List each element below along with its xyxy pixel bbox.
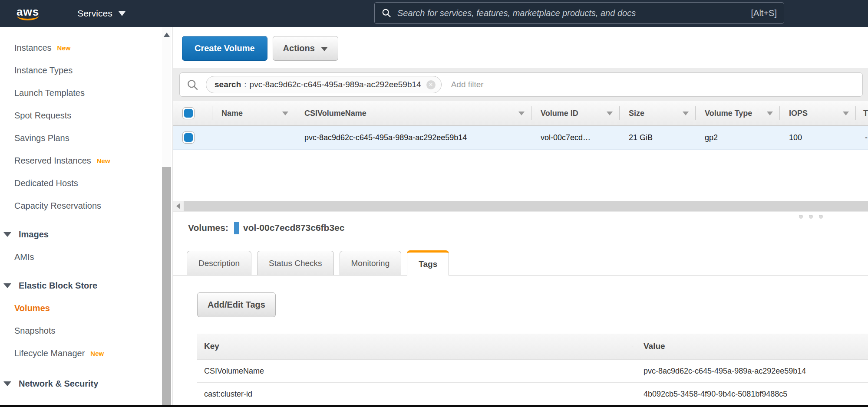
tab-description[interactable]: Description	[187, 251, 251, 275]
tags-key-column-header: Key	[197, 341, 633, 351]
volume-table-row[interactable]: pvc-8ac9d62c-c645-495a-989a-ac292ee59b14…	[173, 126, 868, 150]
column-header-name[interactable]: Name	[212, 101, 295, 125]
window-bottom-edge	[0, 405, 868, 407]
sidebar-section-label: Network & Security	[19, 379, 98, 389]
scrollbar-thumb[interactable]	[162, 167, 171, 407]
sidebar-item-dedicated-hosts[interactable]: Dedicated Hosts	[14, 176, 162, 190]
sidebar-item-reserved-instances[interactable]: Reserved InstancesNew	[14, 154, 162, 167]
cell-truncated: -	[855, 133, 868, 142]
sidebar-item-spot-requests[interactable]: Spot Requests	[14, 108, 162, 122]
sidebar-item-label: Spot Requests	[14, 111, 71, 121]
add-filter-button[interactable]: Add filter	[451, 80, 484, 89]
filter-pill-value: pvc-8ac9d62c-c645-495a-989a-ac292ee59b14	[250, 80, 421, 89]
scroll-left-button[interactable]	[173, 201, 184, 211]
sidebar-item-label: Launch Templates	[14, 88, 85, 98]
cell-volume-id: vol-00c7ecd…	[531, 133, 619, 142]
sidebar-section-images[interactable]: Images	[3, 227, 162, 241]
tab-monitoring[interactable]: Monitoring	[340, 251, 402, 275]
detail-pane-heading: Volumes: vol-00c7ecd873c6fb3ec	[173, 219, 868, 236]
horizontal-scrollbar[interactable]	[173, 201, 868, 211]
aws-smile-icon	[17, 16, 39, 20]
tab-tags[interactable]: Tags	[407, 250, 449, 276]
column-label: Size	[629, 109, 644, 118]
tab-status-checks[interactable]: Status Checks	[257, 251, 334, 275]
sidebar-item-volumes[interactable]: Volumes	[14, 301, 162, 315]
sidebar-item-snapshots[interactable]: Snapshots	[14, 324, 162, 338]
select-all-checkbox[interactable]	[182, 107, 195, 119]
table-empty-area	[173, 150, 868, 201]
column-label: Volume Type	[705, 109, 752, 118]
tag-key: CSIVolumeName	[197, 367, 633, 376]
checkbox-checked-mark	[184, 133, 193, 142]
column-label: Volume ID	[541, 109, 578, 118]
sort-chevron-icon	[518, 112, 525, 115]
selection-bar-icon	[234, 222, 239, 234]
drag-handle-icon[interactable]	[799, 215, 823, 219]
global-search-input[interactable]	[397, 8, 751, 18]
cell-size: 21 GiB	[619, 133, 695, 142]
tags-table: Key Value CSIVolumeName pvc-8ac9d62c-c64…	[197, 334, 868, 406]
sidebar-section-elastic-block-store[interactable]: Elastic Block Store	[3, 279, 162, 292]
selected-volume-id: vol-00c7ecd873c6fb3ec	[243, 223, 345, 233]
column-header-csivolumename[interactable]: CSIVolumeName	[295, 101, 531, 125]
column-header-iops[interactable]: IOPS	[779, 101, 855, 125]
column-label: T	[863, 109, 868, 118]
cell-iops: 100	[779, 133, 855, 142]
add-edit-tags-button[interactable]: Add/Edit Tags	[197, 292, 276, 317]
detail-tabs: Description Status Checks Monitoring Tag…	[173, 250, 868, 276]
services-label: Services	[77, 8, 112, 19]
top-navigation-bar: aws Services [Alt+S]	[0, 0, 868, 27]
search-icon	[382, 8, 391, 18]
sidebar-section-network-security[interactable]: Network & Security	[3, 377, 162, 391]
tags-tab-content: Add/Edit Tags Key Value CSIVolumeName pv…	[173, 276, 868, 407]
column-header-size[interactable]: Size	[619, 101, 695, 125]
sidebar-navigation: InstancesNew Instance Types Launch Templ…	[0, 27, 162, 407]
sort-chevron-icon	[843, 112, 849, 115]
sidebar-scrollbar[interactable]	[162, 27, 172, 407]
sidebar-item-label: Savings Plans	[14, 133, 69, 143]
heading-label: Volumes:	[188, 223, 228, 233]
filter-pill-search[interactable]: search : pvc-8ac9d62c-c645-495a-989a-ac2…	[206, 76, 442, 93]
sidebar-section-label: Images	[19, 230, 49, 240]
sidebar-item-launch-templates[interactable]: Launch Templates	[14, 86, 162, 100]
column-label: CSIVolumeName	[304, 109, 366, 118]
sidebar-item-capacity-reservations[interactable]: Capacity Reservations	[14, 199, 162, 213]
search-icon	[187, 79, 198, 91]
tag-row: CSIVolumeName pvc-8ac9d62c-c645-495a-989…	[197, 360, 868, 383]
volumes-table-header: Name CSIVolumeName Volume ID Size Volume…	[173, 101, 868, 126]
actions-button-label: Actions	[283, 43, 315, 53]
column-header-volume-type[interactable]: Volume Type	[695, 101, 779, 125]
sidebar-item-lifecycle-manager[interactable]: Lifecycle ManagerNew	[14, 346, 162, 360]
scroll-up-arrow-icon[interactable]	[164, 33, 170, 37]
chevron-down-icon	[3, 283, 11, 288]
sidebar-item-amis[interactable]: AMIs	[14, 250, 162, 264]
sidebar-item-label: Snapshots	[14, 326, 56, 336]
sidebar-item-instances[interactable]: InstancesNew	[14, 41, 162, 55]
sidebar-item-instance-types[interactable]: Instance Types	[14, 63, 162, 77]
tags-value-column-header: Value	[633, 341, 868, 351]
filter-bar: search : pvc-8ac9d62c-c645-495a-989a-ac2…	[173, 68, 868, 101]
checkbox-checked-mark	[184, 109, 193, 118]
sidebar-item-label: AMIs	[14, 252, 34, 262]
column-header-volume-id[interactable]: Volume ID	[531, 101, 619, 125]
chevron-down-icon	[119, 11, 125, 16]
sidebar-item-savings-plans[interactable]: Savings Plans	[14, 131, 162, 145]
create-volume-button[interactable]: Create Volume	[182, 36, 267, 61]
actions-button[interactable]: Actions	[273, 36, 338, 61]
chevron-down-icon	[3, 232, 11, 237]
new-badge: New	[57, 44, 71, 52]
scrollbar-track[interactable]	[184, 201, 868, 211]
chevron-down-icon	[3, 381, 11, 386]
row-checkbox[interactable]	[182, 131, 195, 144]
column-header-truncated[interactable]: T	[855, 101, 868, 125]
services-menu[interactable]: Services	[77, 8, 125, 19]
remove-filter-icon[interactable]	[426, 80, 436, 89]
filter-input-box[interactable]: search : pvc-8ac9d62c-c645-495a-989a-ac2…	[179, 72, 863, 97]
chevron-down-icon	[321, 47, 328, 51]
sort-chevron-icon	[282, 112, 288, 115]
sidebar-item-label: Lifecycle Manager	[14, 348, 85, 358]
global-search-box[interactable]: [Alt+S]	[374, 2, 784, 24]
aws-logo[interactable]: aws	[17, 7, 39, 20]
sidebar-item-label: Capacity Reservations	[14, 201, 101, 211]
cell-volume-type: gp2	[695, 133, 779, 142]
